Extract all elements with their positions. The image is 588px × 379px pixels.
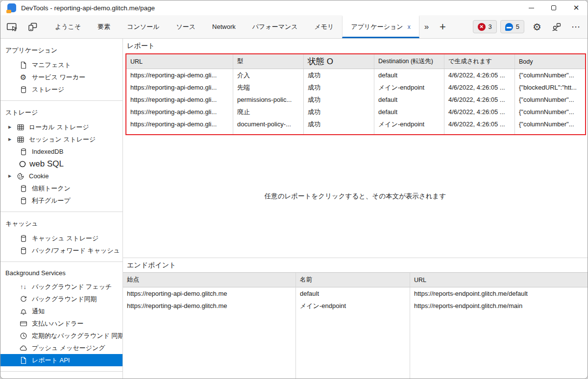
reports-section-title: レポート bbox=[123, 39, 588, 53]
report-row[interactable]: https://reporting-api-demo.gli... permis… bbox=[126, 94, 585, 106]
section-storage-title: ストレージ bbox=[0, 105, 122, 121]
endpoint-url[interactable]: https://reports-endpoint.glitch.me/defau… bbox=[410, 287, 588, 300]
column-header-url[interactable]: URL bbox=[126, 54, 233, 69]
tab-application[interactable]: アプリケーション x bbox=[342, 15, 419, 38]
column-header-origin[interactable]: 始点 bbox=[123, 273, 295, 287]
endpoint-name[interactable]: メイン-endpoint bbox=[296, 300, 410, 312]
devtools-window: DevTools - reporting-api-demo.glitch.me/… bbox=[0, 0, 588, 379]
error-count: 3 bbox=[489, 23, 492, 30]
sync-icon bbox=[19, 295, 27, 303]
column-header-status[interactable]: 状態 O bbox=[304, 54, 374, 69]
expand-arrow-icon[interactable]: ▶ bbox=[8, 125, 15, 129]
minimize-button[interactable] bbox=[520, 0, 542, 15]
close-tab-icon[interactable]: x bbox=[408, 24, 411, 30]
maximize-button[interactable] bbox=[542, 0, 565, 15]
sidebar-item-session-storage[interactable]: ▶ セッション ストレージ bbox=[0, 133, 122, 145]
report-row[interactable]: https://reporting-api-demo.gli... 介入 成功 … bbox=[126, 69, 585, 81]
sidebar-item-label: ストレージ bbox=[32, 85, 64, 94]
column-header-destination[interactable]: Destination (転送先) bbox=[374, 54, 444, 69]
device-emulation-icon[interactable] bbox=[23, 15, 43, 38]
report-body: {"columnNumber"... bbox=[515, 118, 585, 130]
tab-elements[interactable]: 要素 bbox=[89, 15, 119, 38]
database-icon bbox=[19, 184, 27, 192]
sidebar-item-web-sql[interactable]: web SQL bbox=[0, 158, 122, 170]
tab-memory[interactable]: メモリ bbox=[306, 15, 343, 38]
more-options-icon[interactable]: ⋯ bbox=[566, 15, 588, 38]
tab-network[interactable]: Network bbox=[204, 15, 244, 38]
sidebar-item-label: バックグラウンド フェッチ bbox=[32, 283, 112, 291]
tab-sources[interactable]: ソース bbox=[168, 15, 204, 38]
sidebar-item-cache-storage[interactable]: キャッシュ ストレージ bbox=[0, 232, 122, 244]
report-row[interactable]: https://reporting-api-demo.gli... docume… bbox=[126, 118, 585, 130]
report-destination: default bbox=[374, 94, 444, 106]
column-header-name[interactable]: 名前 bbox=[296, 273, 410, 287]
database-icon bbox=[19, 246, 27, 255]
issues-count: 5 bbox=[516, 23, 519, 30]
sidebar-item-label: 利子グループ bbox=[32, 196, 71, 205]
reporting-api-panel: レポート URL 型 状態 O Destination (転送先) で生成されま… bbox=[123, 39, 588, 379]
report-destination: メイン-endpoint bbox=[374, 118, 444, 130]
report-type: 介入 bbox=[233, 69, 304, 81]
toolbar-spacer bbox=[452, 15, 473, 38]
sidebar-item-background-fetch[interactable]: ↑↓ バックグラウンド フェッチ bbox=[0, 281, 122, 293]
issues-count-badge[interactable]: ▬ 5 bbox=[500, 20, 524, 33]
expand-arrow-icon[interactable]: ▶ bbox=[8, 137, 15, 142]
tab-application-label: アプリケーション bbox=[351, 23, 403, 31]
sidebar-item-label: Cookie bbox=[29, 172, 49, 180]
error-count-badge[interactable]: ✕ 3 bbox=[473, 20, 497, 33]
reports-table-filler bbox=[126, 130, 585, 134]
sidebar-item-background-sync[interactable]: バックグラウンド同期 bbox=[0, 293, 122, 305]
sidebar-item-notifications[interactable]: 通知 bbox=[0, 305, 122, 317]
sidebar-item-local-storage[interactable]: ▶ ローカル ストレージ bbox=[0, 121, 122, 133]
sidebar-item-push-messaging[interactable]: プッシュ メッセージング bbox=[0, 342, 122, 354]
sidebar-item-label: セッション ストレージ bbox=[29, 135, 96, 144]
sidebar-item-periodic-background-sync[interactable]: 定期的なバックグラウンド 同期 bbox=[0, 330, 122, 342]
endpoints-column-url: URL https://reports-endpoint.glitch.me/d… bbox=[410, 273, 588, 379]
column-header-body[interactable]: Body bbox=[515, 54, 585, 69]
database-icon bbox=[19, 147, 27, 156]
tab-console[interactable]: コンソール bbox=[119, 15, 168, 38]
column-header-type[interactable]: 型 bbox=[233, 54, 304, 69]
tab-welcome[interactable]: ようこそ bbox=[47, 15, 89, 38]
tab-performance[interactable]: パフォーマンス bbox=[244, 15, 306, 38]
inspect-element-icon[interactable] bbox=[0, 15, 23, 38]
expand-arrow-icon[interactable]: ▶ bbox=[8, 174, 15, 178]
sidebar-item-label: バック/フォワード キャッシュ bbox=[32, 246, 120, 255]
new-tab-icon[interactable]: + bbox=[434, 15, 452, 38]
report-status: 成功 bbox=[304, 81, 374, 94]
report-preview-area: 任意のレポートをクリックすると、その本文が表示されます bbox=[123, 135, 588, 258]
sidebar-item-service-workers[interactable]: ⚙ サービス ワーカー bbox=[0, 71, 122, 83]
bell-icon bbox=[19, 307, 27, 315]
sidebar-item-indexeddb[interactable]: IndexedDB bbox=[0, 145, 122, 158]
report-destination: メイン-endpoint bbox=[374, 81, 444, 94]
sidebar-item-trust-tokens[interactable]: 信頼トークン bbox=[0, 182, 122, 194]
report-type: permissions-polic... bbox=[233, 94, 304, 106]
report-row[interactable]: https://reporting-api-demo.gli... 廃止 成功 … bbox=[126, 106, 585, 118]
sidebar-item-interest-groups[interactable]: 利子グループ bbox=[0, 194, 122, 207]
sidebar-item-label: ローカル ストレージ bbox=[29, 123, 89, 132]
endpoint-url[interactable]: https://reports-endpoint.glitch.me/main bbox=[410, 300, 588, 312]
sidebar-item-storage[interactable]: ストレージ bbox=[0, 83, 122, 95]
table-grid-icon bbox=[16, 123, 24, 131]
sidebar-item-cookies[interactable]: ▶ Cookie bbox=[0, 170, 122, 182]
report-body: {"columnNumber"... bbox=[515, 94, 585, 106]
sidebar-item-manifest[interactable]: マニフェスト bbox=[0, 59, 122, 71]
column-header-generated-at[interactable]: で生成されます bbox=[444, 54, 515, 69]
endpoint-name[interactable]: default bbox=[296, 287, 410, 300]
sidebar-item-reporting-api[interactable]: レポート API bbox=[0, 354, 122, 366]
sidebar-item-payment-handler[interactable]: 支払いハンドラー bbox=[0, 317, 122, 330]
more-tabs-icon[interactable]: » bbox=[419, 15, 434, 38]
settings-gear-icon[interactable]: ⚙ bbox=[528, 15, 546, 38]
report-row[interactable]: https://reporting-api-demo.gli... 先端 成功 … bbox=[126, 81, 585, 94]
report-url: https://reporting-api-demo.gli... bbox=[126, 118, 233, 130]
payment-card-icon bbox=[19, 319, 27, 328]
column-header-endpoint-url[interactable]: URL bbox=[410, 273, 588, 287]
endpoint-origin[interactable]: https://reporting-api-demo.glitch.me bbox=[123, 300, 295, 312]
close-button[interactable]: ✕ bbox=[565, 0, 588, 15]
endpoint-origin[interactable]: https://reporting-api-demo.glitch.me bbox=[123, 287, 295, 300]
report-status: 成功 bbox=[304, 69, 374, 81]
sidebar-empty-space bbox=[0, 372, 122, 379]
feedback-icon[interactable] bbox=[546, 15, 566, 38]
report-status: 成功 bbox=[304, 118, 374, 130]
sidebar-item-back-forward-cache[interactable]: バック/フォワード キャッシュ bbox=[0, 244, 122, 257]
